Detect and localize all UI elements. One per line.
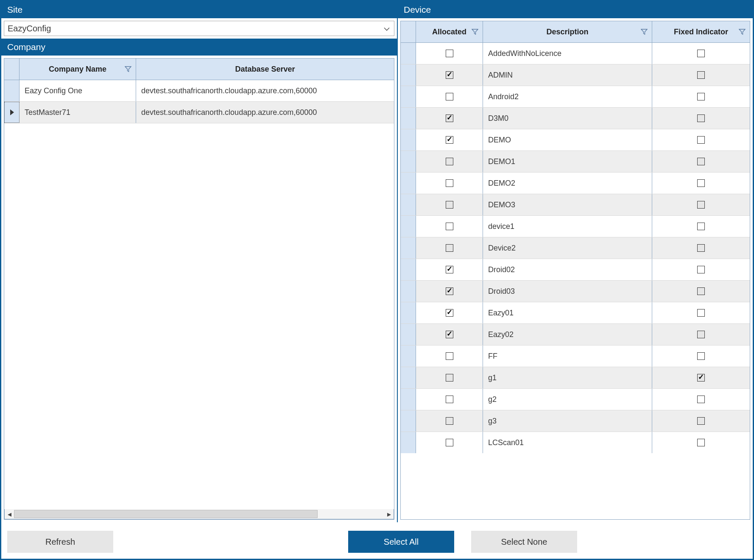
scroll-left-icon[interactable]: ◂ <box>5 509 14 519</box>
scroll-right-icon[interactable]: ▸ <box>384 509 394 519</box>
device-allocated-cell[interactable] <box>416 367 483 388</box>
refresh-button[interactable]: Refresh <box>7 531 113 553</box>
allocated-checkbox[interactable] <box>446 114 453 122</box>
row-selector[interactable] <box>401 151 416 172</box>
device-allocated-cell[interactable] <box>416 302 483 323</box>
table-row[interactable]: FF <box>401 345 750 367</box>
allocated-checkbox[interactable] <box>446 266 453 273</box>
table-row[interactable]: AddedWithNoLicence <box>401 43 750 64</box>
company-horizontal-scrollbar[interactable]: ◂ ▸ <box>4 509 394 519</box>
allocated-checkbox[interactable] <box>446 179 453 187</box>
filter-icon[interactable] <box>641 28 648 35</box>
select-none-button[interactable]: Select None <box>471 531 577 553</box>
fixed-checkbox[interactable] <box>697 136 705 144</box>
device-fixed-cell[interactable] <box>652 86 750 107</box>
row-selector[interactable] <box>401 432 416 453</box>
device-allocated-cell[interactable] <box>416 410 483 432</box>
allocated-checkbox[interactable] <box>446 201 453 209</box>
company-name-cell[interactable]: Eazy Config One <box>20 80 136 101</box>
device-fixed-cell[interactable] <box>652 43 750 64</box>
device-description-cell[interactable]: Device2 <box>483 237 652 259</box>
table-row[interactable]: Android2 <box>401 86 750 108</box>
allocated-checkbox[interactable] <box>446 439 453 446</box>
device-description-cell[interactable]: ADMIN <box>483 64 652 86</box>
row-selector[interactable] <box>401 410 416 432</box>
device-allocated-cell[interactable] <box>416 129 483 150</box>
fixed-checkbox[interactable] <box>697 93 705 100</box>
allocated-checkbox[interactable] <box>446 136 453 144</box>
table-row[interactable]: DEMO2 <box>401 173 750 194</box>
fixed-checkbox[interactable] <box>697 331 705 338</box>
row-selector[interactable] <box>401 43 416 64</box>
site-select[interactable]: EazyConfig <box>4 21 394 36</box>
allocated-checkbox[interactable] <box>446 309 453 317</box>
filter-icon[interactable] <box>739 28 746 35</box>
company-name-cell[interactable]: TestMaster71 <box>20 102 136 123</box>
allocated-checkbox[interactable] <box>446 244 453 252</box>
device-fixed-cell[interactable] <box>652 259 750 280</box>
table-row[interactable]: D3M0 <box>401 108 750 129</box>
device-description-cell[interactable]: Eazy02 <box>483 324 652 345</box>
device-fixed-cell[interactable] <box>652 64 750 86</box>
row-selector[interactable] <box>4 80 20 101</box>
device-allocated-cell[interactable] <box>416 173 483 194</box>
table-row[interactable]: g1 <box>401 367 750 389</box>
fixed-checkbox[interactable] <box>697 50 705 57</box>
device-allocated-cell[interactable] <box>416 194 483 215</box>
device-fixed-cell[interactable] <box>652 281 750 302</box>
company-col-db-header[interactable]: Database Server <box>136 59 394 80</box>
company-db-cell[interactable]: devtest.southafricanorth.cloudapp.azure.… <box>136 102 394 123</box>
table-row[interactable]: Droid02 <box>401 259 750 281</box>
fixed-checkbox[interactable] <box>697 266 705 273</box>
allocated-checkbox[interactable] <box>446 287 453 295</box>
table-row[interactable]: DEMO <box>401 129 750 151</box>
device-allocated-cell[interactable] <box>416 389 483 410</box>
table-row[interactable]: Device2 <box>401 237 750 259</box>
device-description-cell[interactable]: Droid03 <box>483 281 652 302</box>
select-all-button[interactable]: Select All <box>348 531 454 553</box>
device-allocated-cell[interactable] <box>416 151 483 172</box>
table-row[interactable]: g2 <box>401 389 750 410</box>
device-col-description-header[interactable]: Description <box>483 21 652 42</box>
fixed-checkbox[interactable] <box>697 71 705 79</box>
fixed-checkbox[interactable] <box>697 309 705 317</box>
device-fixed-cell[interactable] <box>652 173 750 194</box>
device-fixed-cell[interactable] <box>652 432 750 453</box>
device-fixed-cell[interactable] <box>652 129 750 150</box>
row-selector[interactable] <box>401 302 416 323</box>
allocated-checkbox[interactable] <box>446 417 453 425</box>
device-allocated-cell[interactable] <box>416 64 483 86</box>
device-description-cell[interactable]: DEMO <box>483 129 652 150</box>
device-description-cell[interactable]: g2 <box>483 389 652 410</box>
device-fixed-cell[interactable] <box>652 367 750 388</box>
table-row[interactable]: ADMIN <box>401 64 750 86</box>
allocated-checkbox[interactable] <box>446 331 453 338</box>
device-fixed-cell[interactable] <box>652 345 750 367</box>
company-db-cell[interactable]: devtest.southafricanorth.cloudapp.azure.… <box>136 80 394 101</box>
device-allocated-cell[interactable] <box>416 432 483 453</box>
device-allocated-cell[interactable] <box>416 345 483 367</box>
row-selector[interactable] <box>401 108 416 129</box>
device-description-cell[interactable]: AddedWithNoLicence <box>483 43 652 64</box>
row-selector[interactable] <box>401 237 416 259</box>
allocated-checkbox[interactable] <box>446 158 453 165</box>
device-col-fixed-header[interactable]: Fixed Indicator <box>652 21 750 42</box>
device-fixed-cell[interactable] <box>652 108 750 129</box>
device-col-allocated-header[interactable]: Allocated <box>416 21 483 42</box>
row-selector[interactable] <box>401 259 416 280</box>
device-description-cell[interactable]: FF <box>483 345 652 367</box>
table-row[interactable]: Eazy02 <box>401 324 750 345</box>
device-description-cell[interactable]: device1 <box>483 216 652 237</box>
fixed-checkbox[interactable] <box>697 114 705 122</box>
row-selector[interactable] <box>401 389 416 410</box>
allocated-checkbox[interactable] <box>446 223 453 230</box>
device-fixed-cell[interactable] <box>652 151 750 172</box>
fixed-checkbox[interactable] <box>697 396 705 403</box>
device-allocated-cell[interactable] <box>416 108 483 129</box>
device-allocated-cell[interactable] <box>416 237 483 259</box>
row-selector[interactable] <box>4 102 20 123</box>
allocated-checkbox[interactable] <box>446 93 453 100</box>
device-allocated-cell[interactable] <box>416 86 483 107</box>
table-row[interactable]: g3 <box>401 410 750 432</box>
row-selector[interactable] <box>401 367 416 388</box>
